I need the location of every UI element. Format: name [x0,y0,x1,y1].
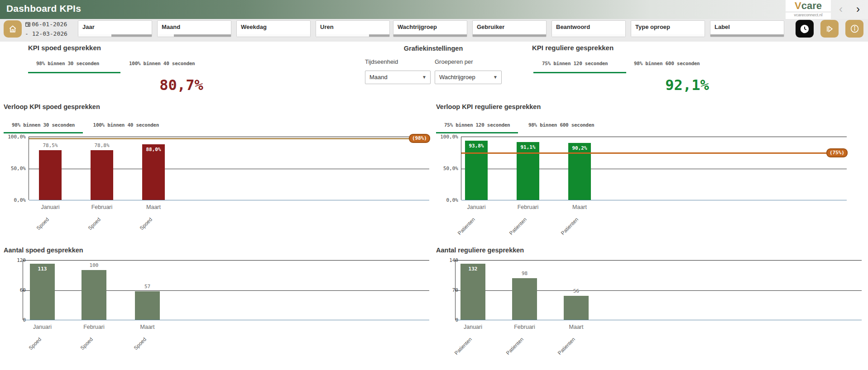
filter-field-maand[interactable]: Maand [157,20,231,37]
filter-field-type-oproep[interactable]: Type oproep [631,20,705,37]
bar-value-label: 78,8% [91,142,113,148]
info-button[interactable] [845,20,863,38]
group-label: Patienten [550,337,576,363]
bar-value-label: 113 [30,266,55,272]
group-label: Patienten [446,337,473,363]
x-axis-line [461,200,847,200]
step-forward-icon [825,24,834,33]
x-axis-label: Maart [569,324,584,330]
next-sheet-button[interactable]: › [851,2,865,16]
chevron-down-icon: ▼ [493,75,498,80]
kpi-regulier-tab-1[interactable]: 75% binnen 120 seconden [542,61,608,66]
groeperen-dropdown[interactable]: Wachtrijgroep ▼ [435,71,502,84]
groeperen-label: Groeperen per [435,58,473,65]
logo-v: V [795,0,801,11]
x-axis-line [456,320,862,320]
kpi-spoed-value: 80,7% [144,76,219,94]
plot-area: 113JanuariSpoed100FebruariSpoed57MaartSp… [23,260,429,320]
chart-tab-1[interactable]: 98% binnen 30 seconden [4,122,83,133]
bar-februari[interactable] [517,142,539,200]
filter-field-wachtrijgroep[interactable]: Wachtrijgroep [393,20,467,37]
filter-field-jaar[interactable]: Jaar [78,20,152,37]
kpi-spoed-title: KPI spoed gesprekken [28,44,101,52]
clock-icon [800,24,810,34]
filter-field-label[interactable]: Label [710,20,784,37]
kpi-spoed-tab-2[interactable]: 100% binnen 40 seconden [129,61,195,66]
chart-tab-1[interactable]: 75% binnen 120 seconden [436,122,518,133]
bar-januari[interactable] [460,264,485,320]
x-axis-label: Januari [467,204,486,210]
x-axis-label: Januari [33,324,52,330]
chart-tab-2[interactable]: 98% binnen 600 seconden [520,122,602,132]
y-tick-label: 50,0% [443,166,458,171]
x-axis-label: Maart [140,324,155,330]
x-axis-label: Januari [464,324,482,330]
header-bar: Dashboard KPIs Vcare vcareconnect.nl ‹ › [0,0,868,19]
chart-title: Aantal reguliere gesprekken [436,247,524,254]
bar-maart[interactable] [564,296,589,320]
reference-line: (98%) [29,138,429,139]
group-label: Spoed [67,337,94,363]
bar-januari[interactable] [39,150,62,200]
y-axis: 100,0%50,0%0,0% [436,137,461,200]
step-forward-button[interactable] [820,20,839,38]
chart-tab-2[interactable]: 100% binnen 40 seconden [85,122,167,132]
bar-februari[interactable] [82,270,106,320]
bar-februari[interactable] [91,150,113,200]
bar-maart[interactable] [135,291,160,320]
brand-logo: Vcare vcareconnect.nl [786,0,831,19]
page-title: Dashboard KPIs [6,3,81,14]
chart-title: Verloop KPI reguliere gesprekken [436,103,541,110]
bar-januari[interactable] [465,141,488,200]
home-button[interactable] [4,20,22,38]
group-label: Patienten [450,217,476,243]
group-label: Spoed [16,337,42,363]
chevron-down-icon: ▼ [422,75,427,80]
chart-title: Verloop KPI spoed gesprekken [4,103,100,110]
date-line2: - 12-03-2026 [25,30,67,37]
filter-field-weekdag[interactable]: Weekdag [236,20,311,37]
reference-line-badge: (98%) [409,134,430,143]
bar-value-label: 91,1% [517,144,539,150]
chart-tabs: 98% binnen 30 seconden 100% binnen 40 se… [4,120,167,134]
chart-title: Aantal spoed gesprekken [4,247,83,254]
x-axis-label: Februari [91,204,113,210]
chart-aantal-spoed: Aantal spoed gesprekken 120600 113Januar… [4,247,429,369]
plot-area: 93,8%JanuariPatienten91,1%FebruariPatien… [461,137,847,200]
tijdseenheid-dropdown[interactable]: Maand ▼ [365,71,431,84]
kpi-regulier-active-underline [533,72,626,73]
clock-button[interactable] [796,20,814,38]
kpi-regulier-title: KPI reguliere gesprekken [532,44,614,52]
filter-field-beantwoord[interactable]: Beantwoord [551,20,626,37]
bar-value-label: 88,0% [142,147,165,152]
prev-sheet-button[interactable]: ‹ [834,2,848,16]
filter-field-uren[interactable]: Uren [316,20,390,37]
group-label: Patienten [498,337,524,363]
dashboard-root: Dashboard KPIs Vcare vcareconnect.nl ‹ ›… [0,0,868,370]
kpi-regulier-tab-2[interactable]: 98% binnen 600 seconden [634,61,700,66]
plot-area: 78,5%JanuariSpoed78,8%FebruariSpoed88,0%… [29,137,429,200]
bar-maart[interactable] [568,143,591,200]
date-range[interactable]: 06-01-2026 - 12-03-2026 [25,20,78,38]
bar-februari[interactable] [512,278,537,320]
kpi-regulier-value: 92,1% [650,76,724,94]
filter-field-gebruiker[interactable]: Gebruiker [472,20,547,37]
group-label: Patienten [501,217,528,243]
bar-januari[interactable] [30,264,55,320]
date-line1: 06-01-2026 [32,21,67,28]
group-label: Patienten [553,217,579,243]
bar-maart[interactable] [142,144,165,200]
x-axis-line [23,320,429,320]
x-axis-label: Januari [41,204,60,210]
x-axis-label: Maart [146,204,161,210]
y-tick-label: 100,0% [440,134,458,140]
y-tick-label: 50,0% [11,166,26,171]
bar-value-label: 78,5% [39,142,62,148]
home-icon [8,24,17,33]
bar-value-label: 90,2% [568,145,591,151]
reference-line: (75%) [461,152,847,154]
info-icon [850,24,859,33]
kpi-spoed-tab-1[interactable]: 98% binnen 30 seconden [36,61,99,66]
x-axis-label: Februari [514,324,535,330]
reference-line-badge: (75%) [826,148,848,157]
